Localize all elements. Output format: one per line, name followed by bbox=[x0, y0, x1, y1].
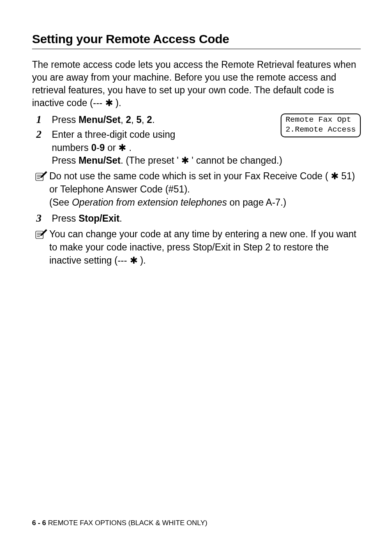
step3-press: Press bbox=[52, 213, 78, 224]
step1-2a: 2 bbox=[126, 114, 131, 125]
step2-rest2: ' cannot be changed.) bbox=[189, 155, 282, 166]
step1-press: Press bbox=[52, 114, 78, 125]
pencil-note-icon bbox=[35, 171, 48, 182]
step3-end: . bbox=[120, 213, 122, 224]
note1-pageref: on page A-7.) bbox=[227, 197, 286, 208]
note-icon bbox=[32, 170, 49, 182]
step2-rest1: . (The preset ' bbox=[120, 155, 181, 166]
step1-5: 5 bbox=[136, 114, 142, 125]
footer-chapter-title: REMOTE FAX OPTIONS (BLACK & WHITE ONLY) bbox=[48, 519, 208, 527]
star-icon: ✱ bbox=[181, 154, 189, 167]
star-icon: ✱ bbox=[118, 141, 126, 155]
step-1: 1 Press Menu/Set, 2, 5, 2. Remote Fax Op… bbox=[32, 114, 361, 127]
step-3: 3 Press Stop/Exit. bbox=[32, 212, 361, 225]
note-1-text: Do not use the same code which is set in… bbox=[49, 170, 361, 209]
step-3-text: Press Stop/Exit. bbox=[52, 212, 361, 225]
title-underline bbox=[32, 49, 361, 49]
step-number-3: 3 bbox=[32, 212, 52, 225]
step2-menuset: Menu/Set bbox=[78, 155, 120, 166]
note1-l1: Do not use the same code which is set in… bbox=[49, 171, 331, 181]
step-number-2: 2 bbox=[32, 128, 52, 141]
note1-see: (See bbox=[49, 197, 72, 208]
step2-9: 9 bbox=[99, 142, 105, 153]
sep3: , bbox=[142, 114, 147, 125]
note-2-text: You can change your code at any time by … bbox=[49, 228, 361, 267]
footer-page-number: 6 - 6 bbox=[32, 519, 46, 527]
note1-l1c: ). bbox=[184, 184, 190, 195]
step2-or: or bbox=[105, 142, 118, 153]
step-2-text: Enter a three-digit code using numbers 0… bbox=[52, 128, 361, 167]
step2-0: 0 bbox=[91, 142, 97, 153]
lcd-line1: Remote Fax Opt bbox=[286, 115, 351, 124]
page-title: Setting your Remote Access Code bbox=[32, 32, 361, 46]
step1-2b: 2 bbox=[147, 114, 152, 125]
star-icon: ✱ bbox=[130, 254, 138, 267]
note2-stopexit: Stop/Exit bbox=[193, 242, 231, 253]
note1-ref-link[interactable]: Operation from extension telephones bbox=[72, 197, 227, 208]
star-icon: ✱ bbox=[105, 97, 113, 109]
intro-text-part: The remote access code lets you access t… bbox=[32, 59, 356, 108]
note-2: You can change your code at any time by … bbox=[32, 228, 361, 267]
step1-end: . bbox=[152, 114, 154, 125]
star-icon: ✱ bbox=[331, 170, 339, 183]
note1-51: 51 bbox=[339, 171, 352, 181]
step-2: 2 Enter a three-digit code using numbers… bbox=[32, 128, 361, 167]
step-1-text: Press Menu/Set, 2, 5, 2. bbox=[52, 114, 246, 127]
step1-menuset: Menu/Set bbox=[78, 114, 120, 125]
step2-press: Press bbox=[52, 155, 78, 166]
note-icon bbox=[32, 228, 49, 240]
sep2: , bbox=[131, 114, 136, 125]
intro-paragraph: The remote access code lets you access t… bbox=[32, 58, 361, 109]
sep1: , bbox=[120, 114, 126, 125]
note-1: Do not use the same code which is set in… bbox=[32, 170, 361, 209]
note2-l3: ). bbox=[138, 255, 146, 266]
intro-close: ). bbox=[113, 97, 121, 108]
step-number-1: 1 bbox=[32, 114, 52, 126]
note1-hash51: #51 bbox=[168, 184, 184, 195]
step2-dot: . bbox=[126, 142, 131, 153]
step3-stopexit: Stop/Exit bbox=[78, 213, 120, 224]
pencil-note-icon bbox=[35, 229, 48, 240]
page-footer: 6 - 6 REMOTE FAX OPTIONS (BLACK & WHITE … bbox=[32, 519, 208, 527]
